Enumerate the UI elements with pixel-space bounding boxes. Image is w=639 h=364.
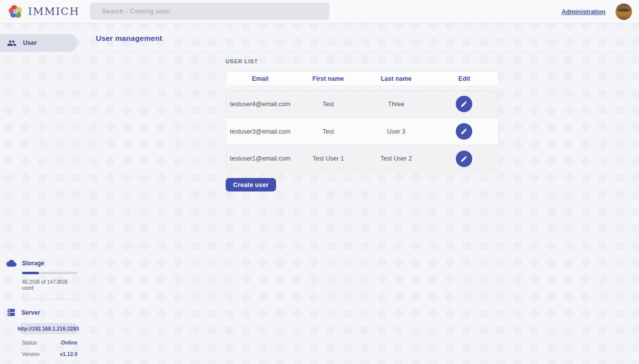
cell-edit — [430, 151, 498, 167]
page-title: User management — [96, 34, 162, 42]
pencil-icon — [460, 128, 468, 135]
user-table-header: Email First name Last name Edit — [226, 71, 499, 86]
column-header-last-name: Last name — [362, 75, 430, 82]
server-section-header: Server — [0, 308, 77, 317]
server-status-row: Status Online — [22, 340, 77, 346]
user-list-section-label: USER LIST — [226, 58, 258, 64]
user-table-row: testuser4@email.comTestThree — [226, 91, 498, 118]
cell-email: testuser4@email.com — [226, 101, 294, 108]
storage-title: Storage — [22, 260, 44, 267]
cell-last-name: Test User 2 — [362, 155, 430, 162]
storage-section-header: Storage — [0, 258, 77, 268]
edit-user-button[interactable] — [456, 151, 472, 167]
server-status-label: Status — [22, 340, 37, 346]
storage-usage-caption: 45.2GB of 147.8GB used — [22, 279, 77, 291]
edit-user-button[interactable] — [456, 96, 472, 112]
main-content: User management USER LIST Email First na… — [85, 23, 639, 364]
topbar-right: Administration — [562, 0, 632, 23]
create-user-button[interactable]: Create user — [226, 178, 276, 191]
column-header-first-name: First name — [294, 75, 362, 82]
cell-last-name: Three — [362, 101, 430, 108]
avatar-glasses-detail — [618, 8, 630, 12]
user-avatar[interactable] — [616, 3, 632, 20]
user-table-row: testuser3@email.comTestUser 3 — [226, 118, 498, 146]
storage-progress-bar — [22, 272, 77, 274]
administration-link[interactable]: Administration — [562, 8, 606, 15]
immich-flower-logo-icon — [8, 4, 23, 19]
page-header: User management — [85, 23, 639, 53]
top-bar: IMMICH Administration — [0, 0, 639, 23]
storage-progress-fill — [22, 272, 39, 274]
sidebar-divider — [22, 299, 77, 300]
brand-wordmark: IMMICH — [28, 5, 79, 17]
column-header-email: Email — [226, 75, 294, 82]
brand: IMMICH — [0, 4, 79, 19]
pencil-icon — [460, 155, 468, 163]
server-icon — [6, 308, 16, 317]
pencil-icon — [460, 100, 468, 108]
users-group-icon — [7, 38, 16, 48]
user-table-row: testuser1@email.comTest User 1Test User … — [226, 145, 498, 172]
server-title: Server — [21, 309, 40, 316]
cell-first-name: Test User 1 — [294, 155, 362, 162]
cell-edit — [430, 96, 498, 112]
cell-first-name: Test — [294, 128, 362, 135]
column-header-edit: Edit — [430, 75, 498, 82]
server-status-value: Online — [61, 340, 77, 346]
server-version-row: Version v1.12.0 — [22, 351, 77, 357]
user-table-body: testuser4@email.comTestThreetestuser3@em… — [226, 90, 499, 173]
server-version-value: v1.12.0 — [60, 351, 77, 357]
cell-email: testuser1@email.com — [226, 155, 294, 162]
sidebar-item-user-label: User — [23, 39, 37, 46]
admin-sidebar: User Storage 45.2GB of 147.8GB used Serv… — [0, 23, 85, 364]
cell-edit — [430, 123, 498, 140]
server-url-badge: http://192.168.1.216:2283 — [20, 323, 76, 334]
cell-last-name: User 3 — [362, 128, 430, 135]
cloud-icon — [6, 258, 16, 268]
cell-first-name: Test — [294, 101, 362, 108]
server-version-label: Version — [22, 351, 39, 357]
cell-email: testuser3@email.com — [226, 128, 294, 135]
sidebar-item-user[interactable]: User — [0, 34, 77, 52]
edit-user-button[interactable] — [456, 123, 472, 140]
search-input[interactable] — [90, 2, 329, 20]
sidebar-status-panel: Storage 45.2GB of 147.8GB used Server ht… — [0, 258, 77, 357]
